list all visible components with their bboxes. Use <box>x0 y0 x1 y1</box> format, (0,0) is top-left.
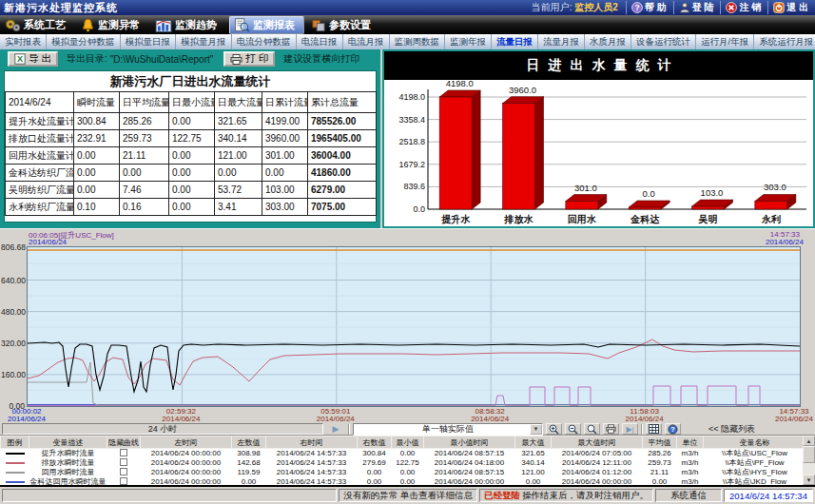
report-column-header: 日平均流量 <box>120 92 169 113</box>
trend-line-tishengshui <box>28 342 800 392</box>
trend-help-button[interactable]: ? <box>665 423 681 435</box>
grid-cell: 2014/06/24 00:00:00 <box>552 477 643 487</box>
subtab-3[interactable]: 模拟量日报 <box>121 34 177 49</box>
bar-category-label: 回用水 <box>568 214 597 224</box>
report-cell: 0.00 <box>169 182 215 199</box>
play-button[interactable]: ▶ <box>326 424 345 435</box>
report-cell: 122.75 <box>169 130 215 147</box>
grid-cell: 2014/06/24 14:57:33 <box>266 449 358 459</box>
trend-duration-box[interactable]: 24 小时 <box>2 423 323 435</box>
subtab-12[interactable]: 水质月报 <box>585 34 631 49</box>
table-row: 金科达纺织厂流量计0.000.000.000.000.0041860.00 <box>6 165 377 182</box>
trend-ytick-label: 806.68 <box>1 242 25 252</box>
titlebar-right: 当前用户: 监控人员2 ? 帮 助 登 陆 注 销 退 出 <box>532 0 813 15</box>
report-column-header: 日最小流量 <box>169 92 215 113</box>
grid-cell: 279.69 <box>358 458 392 468</box>
report-row-label: 永利纺织厂流量计 <box>6 199 74 216</box>
export-button[interactable]: X 导 出 <box>8 51 58 67</box>
status-alarm-message[interactable]: 没有新的异常 单击查看详细信息 <box>339 489 477 502</box>
user-name: 监控人员2 <box>574 2 618 12</box>
grid-cell: 142.68 <box>232 458 266 468</box>
menu-item-parameter-settings[interactable]: 参数设置 <box>308 16 379 34</box>
scroll-thumb[interactable] <box>803 446 815 463</box>
trend-xtick-label: 00:00:022014/06/24 <box>8 408 46 423</box>
chevron-down-icon[interactable]: ▼ <box>530 424 542 435</box>
scroll-up-button[interactable]: ▲ <box>803 436 815 446</box>
subtab-15[interactable]: 系统运行月报 <box>754 34 815 49</box>
axis-mode-select[interactable]: 单一轴实际值 ▼ <box>353 423 543 436</box>
grid-column-header: 最小值 <box>392 436 424 449</box>
grid-column-header: 最小值时间 <box>424 436 515 449</box>
subtab-1[interactable]: 实时报表 <box>0 34 47 49</box>
grid-desc-cell: 排放水瞬时流量 <box>29 458 107 468</box>
subtab-10[interactable]: 流量日报 <box>492 34 538 49</box>
hide-curve-checkbox[interactable] <box>120 468 127 475</box>
subtab-6[interactable]: 电流日报 <box>297 34 343 49</box>
grid-cell: 340.14 <box>515 458 552 468</box>
grid-row-2: 排放水瞬时流量2014/06/24 00:00:00142.682014/06/… <box>1 458 806 468</box>
menu-item-trend-monitor[interactable]: 监测趋势 <box>152 16 225 34</box>
print-hint: 建议设置横向打印 <box>283 52 359 66</box>
help-button[interactable]: ? 帮 助 <box>626 1 671 14</box>
grid-scrollbar[interactable]: ▲ ▼ <box>803 436 815 485</box>
grid-column-header: 最大值 <box>515 436 552 449</box>
grid-cell: 2014/06/24 08:57:15 <box>424 449 515 459</box>
bar-category-label: 吴明 <box>698 214 718 224</box>
subtab-8[interactable]: 监测周数据 <box>390 34 446 49</box>
status-empty-area <box>2 489 337 502</box>
subtab-2[interactable]: 模拟量分钟数据 <box>47 34 121 49</box>
grid-cell: \\本站点\HYS_Flow <box>704 468 806 477</box>
xtick-date: 2014/06/24 <box>626 416 664 423</box>
subtab-4[interactable]: 模拟量月报 <box>176 34 232 49</box>
login-button[interactable]: 登 陆 <box>673 1 719 14</box>
bar-排放水 <box>503 104 535 209</box>
menu-item-system-process[interactable]: 系统工艺 <box>2 16 74 34</box>
step-forward-button[interactable]: ▶| <box>622 423 638 435</box>
menu-item-alarm-monitor[interactable]: 监测异常 <box>78 16 148 34</box>
exit-button[interactable]: 退 出 <box>767 1 813 14</box>
report-cell: 6279.00 <box>308 182 377 199</box>
trend-xtick-label: 11:58:032014/06/24 <box>626 408 664 423</box>
subtab-7[interactable]: 电流月报 <box>343 34 390 49</box>
subtab-9[interactable]: 监测年报 <box>445 34 492 49</box>
hide-list-toggle[interactable]: << 隐藏列表 <box>708 423 755 436</box>
bar-side-face <box>535 97 544 209</box>
report-cell: 300.84 <box>74 113 120 130</box>
zoom-out-button[interactable] <box>565 423 581 435</box>
trend-plot-area[interactable] <box>27 246 801 407</box>
report-cell: 0.00 <box>169 165 215 182</box>
trend-print-button[interactable] <box>603 423 619 435</box>
grid-legend-cell <box>1 477 29 487</box>
grid-cell: 119.59 <box>232 468 266 477</box>
grid-column-header: 变量名称 <box>704 436 806 449</box>
grid-row-3: 回用水瞬时流量2014/06/24 00:00:00119.592014/06/… <box>1 468 806 477</box>
report-cell: 0.00 <box>74 165 120 182</box>
grid-desc-cell: 回用水瞬时流量 <box>29 468 107 477</box>
grid-cell: \\本站点\PF_Flow <box>704 458 806 468</box>
svg-text:?: ? <box>670 425 675 434</box>
menu-item-report[interactable]: 监测报表 <box>229 16 304 34</box>
export-dir-value: "D:\WuShuiData\Report" <box>110 54 214 65</box>
report-icon <box>233 18 250 32</box>
subtab-14[interactable]: 运行月/年报 <box>696 34 754 49</box>
logout-button[interactable]: 注 销 <box>720 1 766 14</box>
grid-cell: \\本站点\JKD_Flow <box>704 477 806 487</box>
subtab-13[interactable]: 设备运行统计 <box>631 34 696 49</box>
hide-curve-checkbox[interactable] <box>120 477 127 485</box>
report-cell: 301.00 <box>262 147 308 165</box>
report-cell: 321.65 <box>215 113 262 130</box>
show-table-button[interactable] <box>646 423 662 435</box>
trend-xtick-label: 08:58:322014/06/24 <box>471 408 509 423</box>
subtab-5[interactable]: 电流分钟数据 <box>232 34 297 49</box>
scroll-down-button[interactable]: ▼ <box>803 475 815 485</box>
report-cell: 7.46 <box>120 182 169 199</box>
bar-value-label: 301.0 <box>574 183 597 193</box>
hide-curve-checkbox[interactable] <box>120 458 127 466</box>
hide-curve-checkbox[interactable] <box>120 449 127 456</box>
left-column: X 导 出 导出目录: "D:\WuShuiData\Report" 打 印 建… <box>0 49 380 228</box>
subtab-11[interactable]: 流量月报 <box>538 34 585 49</box>
zoom-in-button[interactable] <box>546 423 562 435</box>
zoom-reset-button[interactable] <box>584 423 600 435</box>
print-button[interactable]: 打 印 <box>223 51 275 67</box>
trend-cursor-date: 2014/06/24 <box>29 238 67 246</box>
